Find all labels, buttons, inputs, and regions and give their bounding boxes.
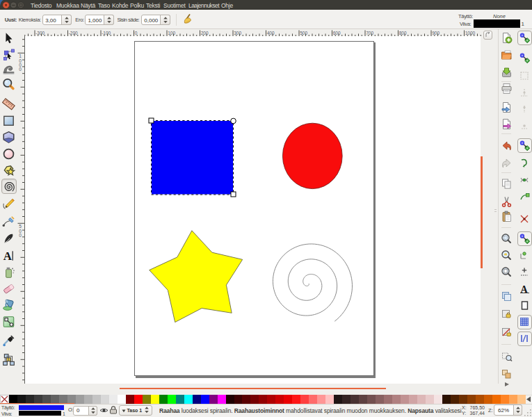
svg-text:1000: 1000 bbox=[465, 30, 476, 35]
svg-text:500: 500 bbox=[300, 30, 307, 35]
svg-text:0: 0 bbox=[135, 30, 138, 35]
svg-text:0: 0 bbox=[19, 67, 22, 72]
svg-text:-100: -100 bbox=[102, 30, 111, 35]
svg-text:400: 400 bbox=[267, 30, 275, 35]
svg-text:0: 0 bbox=[19, 233, 22, 238]
svg-text:200: 200 bbox=[201, 30, 209, 35]
svg-text:800: 800 bbox=[399, 30, 407, 35]
svg-text:A: A bbox=[3, 249, 12, 261]
svg-text:-300: -300 bbox=[35, 30, 45, 35]
svg-text:100: 100 bbox=[168, 30, 175, 35]
svg-text:-200: -200 bbox=[69, 30, 78, 35]
svg-text:300: 300 bbox=[234, 30, 241, 35]
svg-text:900: 900 bbox=[432, 30, 440, 35]
svg-text:700: 700 bbox=[366, 30, 373, 35]
svg-text:600: 600 bbox=[333, 30, 341, 35]
